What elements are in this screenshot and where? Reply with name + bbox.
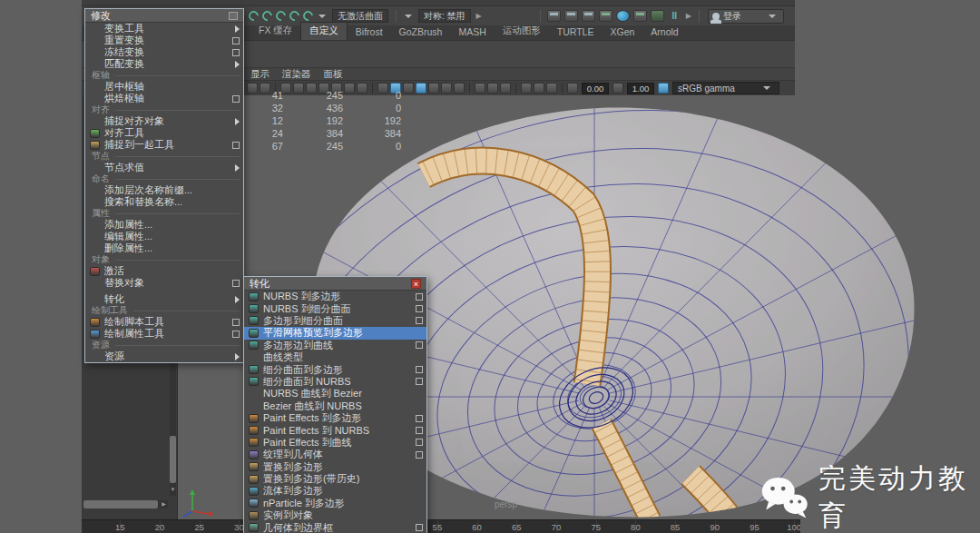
shelf-tab-XGen[interactable]: XGen	[602, 25, 642, 40]
render-current-frame-icon[interactable]	[582, 10, 595, 22]
menu-item-多边形边到曲线[interactable]: 多边形边到曲线	[244, 340, 426, 351]
menu-item-删除属性...[interactable]: 删除属性...	[85, 242, 243, 254]
camera-attributes-icon[interactable]	[487, 83, 498, 94]
option-box-icon[interactable]	[416, 524, 423, 531]
panel-menu-显示[interactable]: 显示	[250, 68, 270, 81]
menu-item-Paint Effects 到曲线[interactable]: Paint Effects 到曲线	[244, 437, 426, 449]
field-caret-icon[interactable]	[405, 15, 412, 18]
menu-item-节点求值[interactable]: 节点求值	[85, 162, 243, 173]
pause-viewport-icon[interactable]: II	[668, 10, 681, 22]
menu-item-转化[interactable]: 转化	[85, 293, 243, 305]
shelf-tab-GoZBrush[interactable]: GoZBrush	[391, 25, 451, 40]
active-surface-field[interactable]: 无激活曲面	[332, 9, 388, 23]
symmetry-dropdown[interactable]: 对称: 禁用	[418, 9, 471, 23]
overscan-icon[interactable]	[534, 83, 544, 94]
shelf-tab-MASH[interactable]: MASH	[450, 25, 494, 40]
menu-item-匹配变换[interactable]: 匹配变换	[85, 58, 243, 70]
menu-item-绘制属性工具[interactable]: 绘制属性工具	[85, 328, 243, 340]
outliner-hscroll-thumb[interactable]	[83, 500, 158, 508]
menu-item-置换到多边形(带历史)[interactable]: 置换到多边形(带历史)	[244, 473, 426, 485]
panel-menu-渲染器[interactable]: 渲染器	[282, 68, 311, 81]
group-expand-icon-2[interactable]: ▶	[686, 12, 691, 20]
scroll-down-icon[interactable]: ▼	[170, 486, 176, 494]
menu-item-捕捉到一起工具[interactable]: 捕捉到一起工具	[85, 139, 243, 151]
menu-item-Paint Effects 到多边形[interactable]: Paint Effects 到多边形	[244, 412, 426, 424]
signin-dropdown[interactable]: 登录	[708, 9, 784, 24]
menu-item-NURBS 曲线到 Bezier[interactable]: NURBS 曲线到 Bezier	[244, 388, 426, 400]
snap-options-caret-icon[interactable]	[318, 15, 326, 18]
menu-item-搜索和替换名称...[interactable]: 搜索和替换名称...	[85, 196, 243, 208]
exposure-icon[interactable]	[612, 83, 623, 94]
light-editor-icon[interactable]	[651, 10, 664, 22]
menu-item-几何体到边界框[interactable]: 几何体到边界框	[244, 521, 426, 533]
isolate-select-icon[interactable]	[475, 83, 485, 94]
option-box-icon[interactable]	[416, 341, 423, 349]
option-box-icon[interactable]	[416, 366, 423, 373]
menu-item-细分曲面到 NURBS[interactable]: 细分曲面到 NURBS	[244, 376, 426, 388]
snapshot-icon[interactable]	[546, 83, 557, 94]
menu-item-置换到多边形[interactable]: 置换到多边形	[244, 460, 426, 472]
option-box-icon[interactable]	[232, 280, 240, 287]
option-box-icon[interactable]	[232, 49, 240, 56]
option-box-icon[interactable]	[232, 142, 240, 149]
ipr-render-icon[interactable]	[599, 10, 612, 22]
option-box-icon[interactable]	[416, 305, 423, 312]
use-default-material-icon[interactable]	[441, 83, 452, 94]
option-box-icon[interactable]	[416, 415, 423, 422]
shelf-tab-运动图形[interactable]: 运动图形	[495, 23, 549, 40]
refresh-gamma-icon[interactable]	[567, 83, 578, 94]
convert-submenu-title[interactable]: 转化 ×	[244, 277, 426, 291]
color-managed-icon[interactable]	[658, 83, 669, 94]
option-box-icon[interactable]	[232, 331, 240, 338]
curve-magnet-icon-4[interactable]	[288, 9, 301, 23]
panel-menu-面板[interactable]: 面板	[324, 68, 343, 81]
curve-magnet-icon-1[interactable]	[247, 9, 260, 23]
menu-item-曲线类型[interactable]: 曲线类型	[244, 351, 426, 363]
group-expand-icon[interactable]: ▶	[476, 12, 482, 20]
option-box-icon[interactable]	[232, 319, 240, 326]
curve-magnet-icon-2[interactable]	[260, 9, 274, 23]
curve-magnet-icon-5[interactable]	[301, 9, 315, 23]
option-box-icon[interactable]	[232, 95, 240, 103]
option-box-icon[interactable]	[416, 451, 423, 459]
time-slider[interactable]: 15202530556065707580859095100	[82, 519, 800, 533]
shelf-tab-FX 缓存[interactable]: FX 缓存	[250, 23, 300, 40]
render-view-icon[interactable]	[564, 10, 578, 22]
wireframe-on-shaded-icon[interactable]	[416, 83, 426, 94]
menu-item-实例到对象[interactable]: 实例到对象	[244, 509, 426, 521]
bookmark-icon[interactable]	[500, 83, 511, 94]
menu-item-nParticle 到多边形[interactable]: nParticle 到多边形	[244, 498, 426, 509]
gamma-field[interactable]: 0.00	[582, 83, 609, 94]
close-icon[interactable]: ×	[411, 279, 421, 289]
curve-magnet-icon-3[interactable]	[274, 9, 288, 23]
render-settings-icon[interactable]	[616, 10, 630, 22]
shelf-tab-Arnold[interactable]: Arnold	[642, 25, 686, 40]
modify-menu-title[interactable]: 修改	[85, 9, 243, 23]
menu-item-平滑网格预览到多边形[interactable]: 平滑网格预览到多边形	[244, 327, 426, 339]
2d-pan-zoom-icon[interactable]	[521, 83, 532, 94]
option-box-icon[interactable]	[416, 439, 423, 446]
menu-item-NURBS 到细分曲面[interactable]: NURBS 到细分曲面	[244, 302, 426, 314]
textured-mode-icon[interactable]	[428, 83, 439, 94]
menu-item-资源[interactable]: 资源	[85, 350, 243, 362]
menu-item-纹理到几何体[interactable]: 纹理到几何体	[244, 449, 426, 460]
menu-item-烘焙枢轴[interactable]: 烘焙枢轴	[85, 93, 243, 104]
outliner-vscroll-thumb[interactable]	[170, 436, 176, 483]
wireframe-mode-icon[interactable]	[403, 83, 414, 94]
option-box-icon[interactable]	[416, 317, 423, 324]
shelf-tab-TURTLE[interactable]: TURTLE	[549, 25, 603, 40]
tearoff-icon[interactable]	[229, 12, 238, 20]
shelf-tab-Bifrost[interactable]: Bifrost	[348, 25, 391, 40]
menu-item-Paint Effects 到 NURBS[interactable]: Paint Effects 到 NURBS	[244, 424, 426, 436]
menu-item-细分曲面到多边形[interactable]: 细分曲面到多边形	[244, 363, 426, 375]
shelf-tab-自定义[interactable]: 自定义	[300, 22, 348, 40]
option-box-icon[interactable]	[232, 37, 240, 44]
menu-item-Bezier 曲线到 NURBS[interactable]: Bezier 曲线到 NURBS	[244, 400, 426, 412]
menu-item-替换对象[interactable]: 替换对象	[85, 277, 243, 289]
xray-icon[interactable]	[454, 83, 465, 94]
playblast-icon[interactable]	[547, 10, 561, 22]
menu-item-NURBS 到多边形[interactable]: NURBS 到多边形	[244, 291, 426, 302]
option-box-icon[interactable]	[416, 293, 423, 301]
menu-item-流体到多边形[interactable]: 流体到多边形	[244, 485, 426, 497]
option-box-icon[interactable]	[416, 378, 423, 385]
